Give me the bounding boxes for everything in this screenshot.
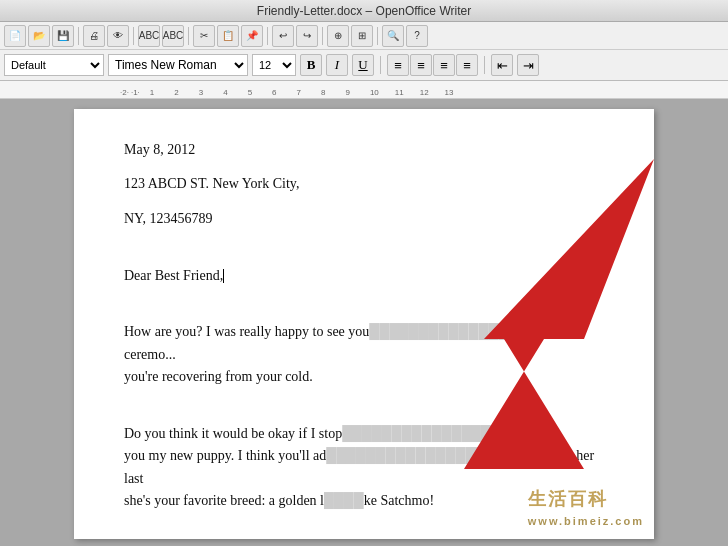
- underline-button[interactable]: U: [352, 54, 374, 76]
- ruler-label: 7: [297, 88, 301, 97]
- ruler-label: 12: [420, 88, 429, 97]
- size-dropdown[interactable]: 12: [252, 54, 296, 76]
- open-btn[interactable]: 📂: [28, 25, 50, 47]
- text-cursor: [223, 269, 224, 283]
- font-dropdown[interactable]: Times New Roman: [108, 54, 248, 76]
- spell2-btn[interactable]: ABC: [162, 25, 184, 47]
- new-btn[interactable]: 📄: [4, 25, 26, 47]
- insert-btn[interactable]: ⊕: [327, 25, 349, 47]
- help-btn[interactable]: ?: [406, 25, 428, 47]
- align-justify-btn[interactable]: ≡: [456, 54, 478, 76]
- sep5: [322, 27, 323, 45]
- paste-btn[interactable]: 📌: [241, 25, 263, 47]
- italic-button[interactable]: I: [326, 54, 348, 76]
- ruler-label: 10: [370, 88, 379, 97]
- align-center-btn[interactable]: ≡: [410, 54, 432, 76]
- ruler: ·2· ·1· 1 2 3 4 5 6 7 8 9 10 11 12 13: [0, 81, 728, 99]
- ruler-label: 2: [174, 88, 178, 97]
- sep8: [484, 56, 485, 74]
- sep1: [78, 27, 79, 45]
- zoom-btn[interactable]: 🔍: [382, 25, 404, 47]
- document-page[interactable]: May 8, 2012 123 ABCD ST. New York City, …: [74, 109, 654, 539]
- copy-btn[interactable]: 📋: [217, 25, 239, 47]
- ruler-label: 11: [395, 88, 404, 97]
- sep2: [133, 27, 134, 45]
- sep7: [380, 56, 381, 74]
- letter-address2: NY, 123456789: [124, 208, 604, 230]
- toolbar-row2: Default Times New Roman 12 B I U ≡ ≡ ≡ ≡…: [0, 50, 728, 80]
- save-btn[interactable]: 💾: [52, 25, 74, 47]
- ruler-label: 5: [248, 88, 252, 97]
- toolbar-area: 📄 📂 💾 🖨 👁 ABC ABC ✂ 📋 📌 ↩ ↪ ⊕ ⊞ 🔍 ? Defa…: [0, 22, 728, 81]
- ruler-marks: ·2· ·1· 1 2 3 4 5 6 7 8 9 10 11 12 13: [120, 81, 470, 98]
- bold-button[interactable]: B: [300, 54, 322, 76]
- letter-address1: 123 ABCD ST. New York City,: [124, 173, 604, 195]
- ruler-label: 9: [345, 88, 349, 97]
- spell-btn[interactable]: ABC: [138, 25, 160, 47]
- watermark: 生活百科 www.bimeiz.com: [528, 485, 644, 531]
- sep4: [267, 27, 268, 45]
- sep6: [377, 27, 378, 45]
- cut-btn[interactable]: ✂: [193, 25, 215, 47]
- toolbar-row1: 📄 📂 💾 🖨 👁 ABC ABC ✂ 📋 📌 ↩ ↪ ⊕ ⊞ 🔍 ?: [0, 22, 728, 50]
- undo-btn[interactable]: ↩: [272, 25, 294, 47]
- page-container[interactable]: May 8, 2012 123 ABCD ST. New York City, …: [0, 99, 728, 546]
- ruler-content: ·2· ·1· 1 2 3 4 5 6 7 8 9 10 11 12 13: [0, 81, 728, 98]
- redo-btn[interactable]: ↪: [296, 25, 318, 47]
- style-dropdown[interactable]: Default: [4, 54, 104, 76]
- letter-salutation: Dear Best Friend,: [124, 265, 604, 287]
- ruler-label: 1: [150, 88, 154, 97]
- table-btn[interactable]: ⊞: [351, 25, 373, 47]
- ruler-label: ·2·: [120, 88, 129, 97]
- title-text: Friendly-Letter.docx – OpenOffice Writer: [257, 4, 471, 18]
- indent-less-btn[interactable]: ⇤: [491, 54, 513, 76]
- ruler-label: 3: [199, 88, 203, 97]
- ruler-label: 8: [321, 88, 325, 97]
- indent-more-btn[interactable]: ⇥: [517, 54, 539, 76]
- preview-btn[interactable]: 👁: [107, 25, 129, 47]
- align-right-btn[interactable]: ≡: [433, 54, 455, 76]
- letter-paragraph1: How are you? I was really happy to see y…: [124, 321, 604, 388]
- title-bar: Friendly-Letter.docx – OpenOffice Writer: [0, 0, 728, 22]
- main-area: May 8, 2012 123 ABCD ST. New York City, …: [0, 99, 728, 546]
- align-left-btn[interactable]: ≡: [387, 54, 409, 76]
- ruler-label: 13: [445, 88, 454, 97]
- print-btn[interactable]: 🖨: [83, 25, 105, 47]
- sep3: [188, 27, 189, 45]
- ruler-label: 4: [223, 88, 227, 97]
- letter-date: May 8, 2012: [124, 139, 604, 161]
- align-buttons: ≡ ≡ ≡ ≡: [387, 54, 478, 76]
- ruler-label: 6: [272, 88, 276, 97]
- ruler-label: ·1·: [131, 88, 140, 97]
